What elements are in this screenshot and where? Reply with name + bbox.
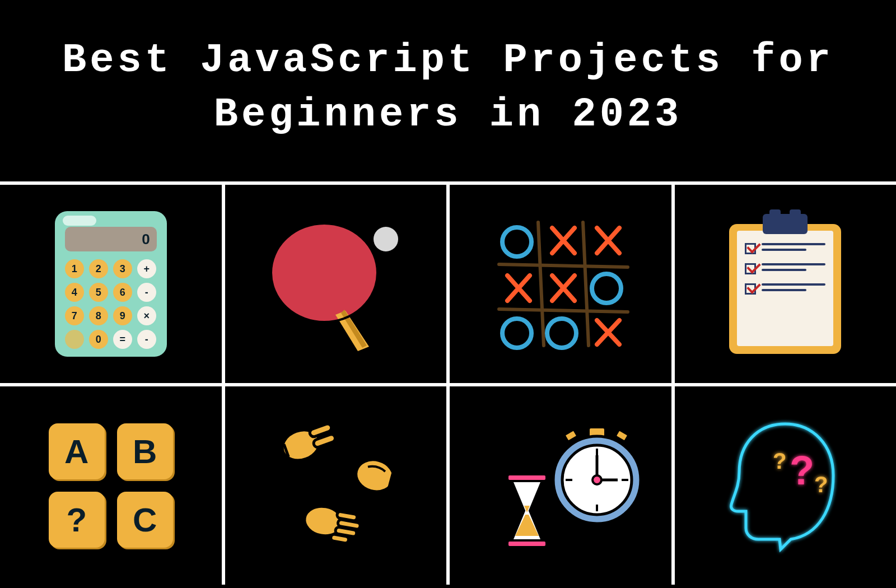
calc-key: 7 bbox=[65, 306, 84, 325]
svg-line-5 bbox=[499, 264, 628, 267]
svg-point-0 bbox=[374, 227, 398, 251]
calc-key bbox=[65, 330, 84, 349]
calc-key: 2 bbox=[89, 259, 108, 278]
tictactoe-icon bbox=[482, 211, 639, 357]
svg-rect-23 bbox=[564, 430, 577, 442]
calculator-icon: 0 1 2 3 + 4 5 6 - 7 8 9 × 0 = - bbox=[55, 211, 167, 357]
letter-tile: A bbox=[49, 423, 105, 479]
calc-key: 3 bbox=[113, 259, 132, 278]
todo-item bbox=[745, 283, 825, 295]
calc-key: × bbox=[137, 306, 156, 325]
svg-point-9 bbox=[502, 319, 531, 348]
project-calculator: 0 1 2 3 + 4 5 6 - 7 8 9 × 0 = - bbox=[0, 185, 222, 383]
todo-item bbox=[745, 263, 825, 274]
calculator-keys: 1 2 3 + 4 5 6 - 7 8 9 × 0 = - bbox=[65, 259, 157, 349]
calc-key: 4 bbox=[65, 283, 84, 302]
project-pong bbox=[225, 185, 447, 383]
svg-line-4 bbox=[583, 222, 589, 346]
svg-point-15 bbox=[352, 456, 397, 496]
stopwatch-icon bbox=[477, 413, 645, 558]
clipboard-icon bbox=[729, 214, 841, 354]
page-title: Best JavaScript Projects for Beginners i… bbox=[22, 34, 874, 142]
header: Best JavaScript Projects for Beginners i… bbox=[0, 0, 896, 181]
svg-text:?: ? bbox=[814, 472, 828, 497]
calc-key: + bbox=[137, 259, 156, 278]
calc-key: - bbox=[137, 283, 156, 302]
project-tictactoe bbox=[450, 185, 671, 383]
svg-text:?: ? bbox=[790, 448, 814, 493]
project-stopwatch bbox=[450, 386, 671, 585]
projects-grid: 0 1 2 3 + 4 5 6 - 7 8 9 × 0 = - bbox=[0, 181, 896, 585]
project-rps bbox=[225, 386, 447, 585]
calc-key: 6 bbox=[113, 283, 132, 302]
calc-key: 8 bbox=[89, 306, 108, 325]
svg-point-10 bbox=[547, 319, 576, 348]
letter-tiles-icon: A B ? C bbox=[49, 423, 173, 548]
calc-key: 1 bbox=[65, 259, 84, 278]
project-quiz: ? ? ? bbox=[675, 386, 897, 585]
todo-item bbox=[745, 243, 825, 254]
svg-point-33 bbox=[592, 475, 601, 484]
svg-point-7 bbox=[502, 227, 531, 256]
calc-key: 5 bbox=[89, 283, 108, 302]
calc-key: 0 bbox=[89, 330, 108, 349]
svg-text:?: ? bbox=[773, 449, 786, 473]
calc-key: = bbox=[113, 330, 132, 349]
paddle-icon bbox=[257, 211, 414, 357]
svg-point-8 bbox=[592, 274, 621, 303]
calc-key: - bbox=[137, 330, 156, 349]
svg-line-3 bbox=[538, 222, 544, 346]
letter-tile: C bbox=[117, 492, 173, 548]
letter-tile: B bbox=[117, 423, 173, 479]
calculator-screen: 0 bbox=[65, 227, 157, 251]
project-todo bbox=[675, 185, 897, 383]
rock-paper-scissors-icon bbox=[251, 413, 419, 558]
calc-key: 9 bbox=[113, 306, 132, 325]
quiz-icon: ? ? ? bbox=[707, 413, 864, 558]
svg-rect-21 bbox=[330, 534, 349, 544]
svg-line-6 bbox=[499, 309, 628, 312]
project-hangman: A B ? C bbox=[0, 386, 222, 585]
letter-tile: ? bbox=[49, 492, 105, 548]
